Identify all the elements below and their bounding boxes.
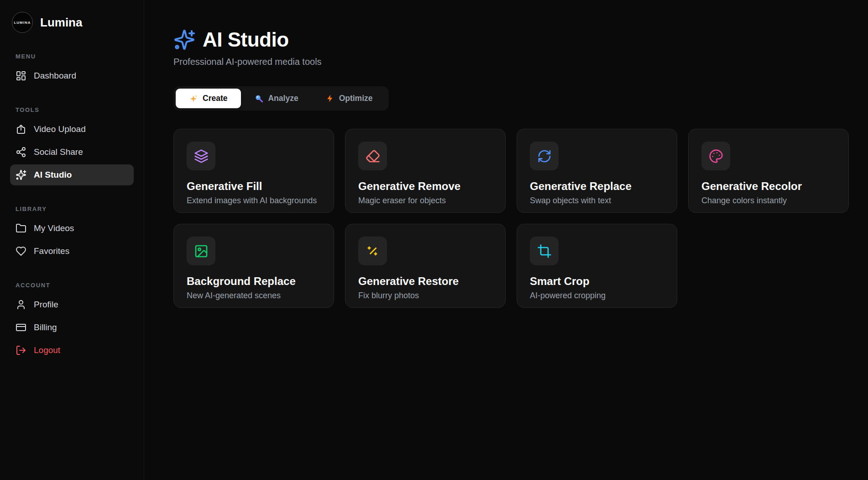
tool-description: Swap objects with text (530, 196, 664, 206)
credit-card-icon (16, 322, 26, 333)
tool-card-generative-fill[interactable]: Generative Fill Extend images with AI ba… (173, 129, 334, 213)
sidebar-item-label: My Videos (34, 223, 74, 233)
eraser-icon (366, 149, 380, 164)
logout-icon (16, 345, 26, 356)
nav-section-account: ACCOUNT Profile Billing Logout (10, 282, 134, 361)
sparkles-icon (16, 169, 26, 180)
sidebar-item-label: Social Share (34, 147, 83, 157)
icon-tile (530, 142, 559, 170)
sidebar-item-label: Profile (34, 300, 58, 310)
layers-icon (194, 149, 209, 164)
palette-icon (709, 149, 723, 164)
tool-card-generative-remove[interactable]: Generative Remove Magic eraser for objec… (345, 129, 506, 213)
section-label: MENU (10, 53, 134, 60)
tool-description: Extend images with AI backgrounds (187, 196, 321, 206)
nav-section-library: LIBRARY My Videos Favorites (10, 206, 134, 262)
sidebar-item-label: Favorites (34, 246, 69, 256)
tool-title: Smart Crop (530, 275, 664, 288)
sidebar-item-billing[interactable]: Billing (10, 317, 134, 338)
icon-tile (530, 237, 559, 265)
logo-text: LUMINA (14, 21, 31, 25)
sidebar-item-logout[interactable]: Logout (10, 340, 134, 361)
sidebar-item-label: AI Studio (34, 170, 72, 180)
page-subtitle: Professional AI-powered media tools (173, 57, 868, 67)
section-label: LIBRARY (10, 206, 134, 212)
sidebar-item-profile[interactable]: Profile (10, 294, 134, 315)
tool-title: Background Replace (187, 275, 321, 288)
sidebar-item-favorites[interactable]: Favorites (10, 241, 134, 262)
sidebar-item-ai-studio[interactable]: AI Studio (10, 164, 134, 185)
tool-card-background-replace[interactable]: Background Replace New AI-generated scen… (173, 224, 334, 308)
share-icon (16, 147, 26, 158)
magnifier-emoji-icon (255, 94, 263, 103)
tool-card-generative-recolor[interactable]: Generative Recolor Change colors instant… (688, 129, 849, 213)
heart-icon (16, 246, 26, 257)
section-label: TOOLS (10, 106, 134, 113)
tool-grid: Generative Fill Extend images with AI ba… (173, 129, 868, 308)
sidebar-item-label: Billing (34, 322, 57, 332)
tool-title: Generative Fill (187, 180, 321, 193)
crop-icon (537, 244, 552, 258)
tool-description: Fix blurry photos (358, 291, 492, 301)
icon-tile (187, 237, 215, 265)
app-logo: LUMINA Lumina (10, 12, 134, 33)
nav-section-tools: TOOLS Video Upload Social Share AI Studi… (10, 106, 134, 185)
sidebar: LUMINA Lumina MENU Dashboard TOOLS Video… (0, 0, 144, 480)
tool-card-generative-replace[interactable]: Generative Replace Swap objects with tex… (517, 129, 677, 213)
tool-title: Generative Recolor (701, 180, 836, 193)
icon-tile (701, 142, 730, 170)
icon-tile (358, 142, 387, 170)
sidebar-item-my-videos[interactable]: My Videos (10, 218, 134, 239)
tool-title: Generative Remove (358, 180, 492, 193)
tab-optimize[interactable]: Optimize (312, 89, 387, 108)
lightning-emoji-icon (326, 94, 335, 103)
page-title: AI Studio (203, 28, 289, 51)
tool-title: Generative Replace (530, 180, 664, 193)
sparkle-emoji-icon (189, 94, 198, 103)
tool-description: AI-powered cropping (530, 291, 664, 301)
user-icon (16, 299, 26, 310)
tool-description: Magic eraser for objects (358, 196, 492, 206)
sidebar-item-dashboard[interactable]: Dashboard (10, 65, 134, 86)
sidebar-item-video-upload[interactable]: Video Upload (10, 119, 134, 140)
sidebar-item-label: Logout (34, 345, 60, 355)
tool-card-smart-crop[interactable]: Smart Crop AI-powered cropping (517, 224, 677, 308)
refresh-icon (537, 149, 552, 164)
tab-label: Optimize (339, 94, 373, 103)
image-icon (194, 244, 209, 258)
nav-section-menu: MENU Dashboard (10, 53, 134, 86)
sidebar-item-label: Dashboard (34, 71, 76, 81)
tool-description: New AI-generated scenes (187, 291, 321, 301)
icon-tile (187, 142, 215, 170)
section-label: ACCOUNT (10, 282, 134, 289)
page-header: AI Studio (173, 28, 868, 51)
upload-icon (16, 124, 26, 135)
ai-studio-sparkles-icon (173, 29, 195, 51)
main-content: AI Studio Professional AI-powered media … (144, 0, 868, 480)
tool-card-generative-restore[interactable]: Generative Restore Fix blurry photos (345, 224, 506, 308)
tool-description: Change colors instantly (701, 196, 836, 206)
sidebar-item-social-share[interactable]: Social Share (10, 142, 134, 163)
tab-label: Analyze (268, 94, 298, 103)
tab-label: Create (203, 94, 227, 103)
tab-create[interactable]: Create (176, 89, 241, 108)
tool-title: Generative Restore (358, 275, 492, 288)
sidebar-item-label: Video Upload (34, 124, 86, 134)
folder-icon (16, 223, 26, 234)
logo-icon: LUMINA (12, 12, 33, 33)
icon-tile (358, 237, 387, 265)
tab-bar: Create Analyze Optimize (173, 86, 389, 111)
dashboard-icon (16, 70, 26, 81)
app-name: Lumina (40, 16, 82, 30)
tab-analyze[interactable]: Analyze (241, 89, 312, 108)
magic-wand-icon (366, 244, 380, 258)
